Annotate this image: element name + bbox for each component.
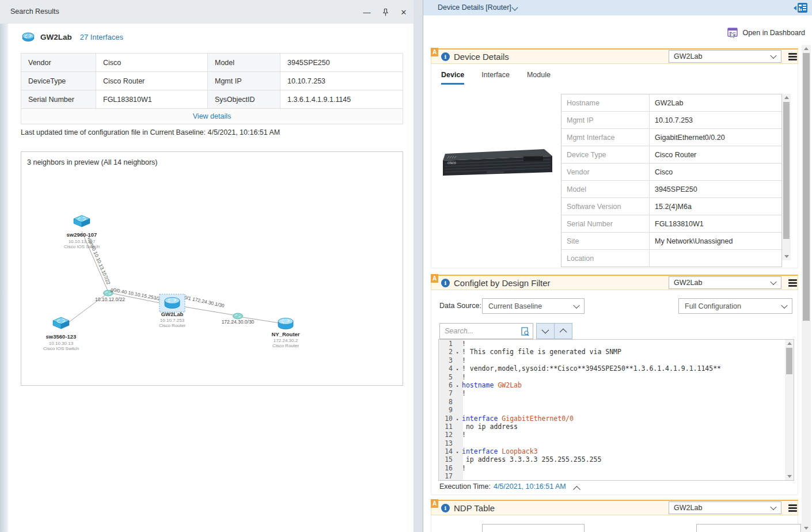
code-scrollbar[interactable] [785,340,794,480]
node-sw3560-123[interactable]: sw3560-123 10.10.30.13 Cisco IOS Switch [43,317,79,351]
attr-label: Mgmt Interface [561,129,650,146]
info-icon[interactable]: i [441,504,450,512]
node-type: Cisco Router [159,323,186,328]
device-details-panel: Device Details [Router] [423,0,812,532]
interfaces-link[interactable]: 27 Interfaces [80,33,123,41]
node-gw2lab[interactable]: GW2Lab 10.10.7.253 Cisco Router [159,294,186,328]
close-icon: ✕ [401,8,407,17]
node-ip: 10.10.13.107 [69,239,96,244]
router-icon [22,32,35,42]
table-row: Serial Number FGL183810W1 SysObjectID 1.… [21,90,403,109]
search-results-titlebar[interactable]: Search Results — ✕ [0,0,413,24]
panel-title: Device Details [Router] [438,3,511,12]
ndp-dropdown-partial[interactable] [696,524,801,532]
attr-value: Cisco [650,164,783,180]
scrollbar-thumb[interactable] [803,53,810,321]
collapse-chevron-icon[interactable] [573,485,580,493]
attr-value: Cisco Router [650,146,783,163]
line-number: 8 [439,398,453,406]
view-details-row: View details [21,109,403,124]
dock-edge-strip [0,24,8,532]
line-number: 10 [439,415,453,423]
section-menu-button[interactable] [788,279,797,287]
chevron-down-icon [770,279,776,285]
find-next-button[interactable] [536,323,555,339]
ndp-dropdown-partial[interactable] [482,524,585,532]
device-summary-table: Vendor Cisco Model 3945SPE250 DeviceType… [21,53,403,124]
view-details-link[interactable]: View details [193,112,231,120]
line-number: 16 [439,464,453,472]
table-scrollbar[interactable] [782,94,791,260]
cell-value: 10.10.7.253 [280,72,403,90]
scroll-up-icon[interactable] [784,96,789,99]
device-tabs: Device Interface Module [441,71,568,85]
code-text: ! [462,340,466,348]
chevron-down-icon [542,326,549,334]
window-title: Search Results [10,7,59,16]
attr-value [650,250,783,267]
window-gap [413,0,423,532]
data-source-dropdown[interactable]: Current Baseline [482,298,585,314]
node-ip: 10.10.30.13 [49,341,74,346]
cell-label: Vendor [21,54,96,71]
panel-scrollbar[interactable] [802,45,811,532]
close-button[interactable]: ✕ [397,6,410,18]
node-ip: 10.10.7.253 [160,318,185,323]
line-number: 1 [439,340,453,348]
search-input[interactable] [440,324,533,339]
config-type-dropdown[interactable]: Full Configuration [678,298,792,314]
info-icon[interactable]: i [441,279,450,287]
panel-corner-controls[interactable] [794,3,807,13]
lan-node[interactable] [233,313,243,319]
section-title: Configlet by Design Filter [454,278,551,288]
node-name: GW2Lab [161,311,184,317]
device-selector[interactable]: GW2Lab [669,50,781,63]
table-row: Site My Network\Unassigned [561,233,781,250]
link-label: 172.24.30.0/30 [222,319,255,325]
tab-module[interactable]: Module [527,71,551,85]
link-label: g0/1 172.24.30.1/30 [181,294,225,309]
code-text: interfaceLoopback3 [462,447,538,455]
scrollbar-thumb[interactable] [783,102,790,239]
link-gw2lab-lan2[interactable] [185,307,233,315]
open-in-dashboard-label: Open in Dashboard [743,29,805,37]
node-sw2960-107[interactable]: sw2960-107 10.10.13.107 Cisco IOS Switch [64,215,100,249]
section-menu-button[interactable] [788,53,797,60]
section-menu-button[interactable] [788,504,797,512]
node-type: Cisco Router [272,343,299,348]
section-ndp-table: A i NDP Table GW2Lab [431,500,798,532]
chevron-down-icon[interactable] [511,4,518,10]
cell-value: 3945SPE250 [280,54,403,71]
scroll-up-icon[interactable] [787,342,792,345]
scroll-down-icon[interactable] [784,255,789,258]
code-line: 16! [439,464,794,472]
execution-time-value[interactable]: 4/5/2021, 10:16:51 AM [494,482,566,491]
search-results-body: GW2Lab 27 Interfaces Vendor Cisco Model … [8,24,413,532]
line-number: 12 [439,431,453,439]
dashboard-window-icon [727,28,738,38]
link-label: 10.10.12.0/22 [95,297,125,302]
find-in-page-icon[interactable] [521,327,529,336]
section-title: Device Details [454,52,509,62]
scroll-down-icon[interactable] [804,527,809,530]
scrollbar-thumb[interactable] [786,348,792,374]
device-selector[interactable]: GW2Lab [669,501,781,514]
info-icon[interactable]: i [441,52,450,61]
minimize-button[interactable]: — [361,6,373,18]
section-badge: A [431,48,438,56]
find-previous-button[interactable] [554,323,572,339]
scroll-down-icon[interactable] [787,475,792,478]
code-text: ! This config file is generated via SNMP [462,348,621,356]
table-row: Location [561,250,781,267]
tab-device[interactable]: Device [441,71,464,85]
panel-header[interactable]: Device Details [Router] [423,0,812,16]
open-in-dashboard[interactable]: Open in Dashboard [727,28,805,38]
cell-value: Cisco [96,54,208,71]
attr-label: Mgmt IP [561,112,650,128]
scroll-up-icon[interactable] [804,47,809,50]
config-code-viewer[interactable]: 1! 2▾! This config file is generated via… [438,339,794,481]
device-selector[interactable]: GW2Lab [669,276,781,289]
topology-map[interactable]: vlan40 10.10.13.107/22 10.10.12.0/22 g0/… [21,152,401,384]
tab-interface[interactable]: Interface [481,71,510,85]
pin-button[interactable] [379,6,392,18]
